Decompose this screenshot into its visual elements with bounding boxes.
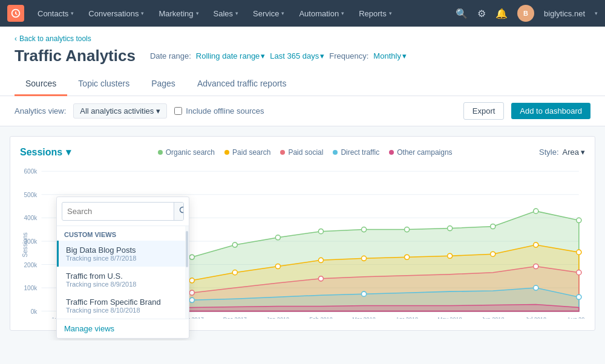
svg-point-18 — [189, 255, 194, 259]
svg-text:Feb 2018: Feb 2018 — [309, 316, 333, 319]
settings-icon[interactable]: ⚙ — [477, 8, 486, 19]
search-icon[interactable]: 🔍 — [456, 8, 468, 19]
svg-point-51 — [577, 294, 581, 299]
chevron-down-icon: ▾ — [581, 148, 585, 157]
svg-text:600k: 600k — [24, 168, 38, 175]
manage-views-link[interactable]: Manage views — [64, 324, 114, 333]
tab-advanced[interactable]: Advanced traffic reports — [186, 73, 298, 96]
chevron-down-icon: ▾ — [196, 10, 199, 16]
svg-point-48 — [189, 297, 194, 302]
tab-pages[interactable]: Pages — [140, 73, 186, 96]
breadcrumb[interactable]: ‹ Back to analytics tools — [15, 34, 91, 43]
tab-sources[interactable]: Sources — [15, 73, 67, 96]
svg-text:400k: 400k — [24, 215, 38, 221]
chevron-left-icon: ‹ — [15, 34, 17, 43]
chevron-down-icon: ▾ — [66, 146, 71, 158]
chart-style-dropdown[interactable]: Area ▾ — [563, 148, 585, 157]
svg-point-20 — [275, 235, 280, 240]
avatar[interactable]: B — [517, 5, 534, 22]
date-range-dropdown[interactable]: Rolling date range ▾ — [196, 51, 266, 60]
svg-point-33 — [275, 264, 280, 268]
nav-contacts[interactable]: Contacts ▾ — [31, 0, 80, 27]
svg-point-32 — [232, 270, 237, 275]
svg-text:Apr 2018: Apr 2018 — [396, 316, 418, 319]
nav-reports[interactable]: Reports ▾ — [353, 0, 398, 27]
nav-right-actions: 🔍 ⚙ 🔔 B biglytics.net ▾ — [456, 5, 598, 22]
chevron-down-icon: ▾ — [341, 10, 344, 16]
svg-point-39 — [534, 242, 538, 247]
chevron-down-icon: ▾ — [156, 106, 160, 115]
chevron-down-icon: ▾ — [389, 10, 392, 16]
search-button[interactable] — [174, 203, 184, 220]
page-title-row: Traffic Analytics Date range: Rolling da… — [15, 47, 590, 65]
svg-point-26 — [534, 209, 538, 213]
header-controls: Date range: Rolling date range ▾ Last 36… — [150, 51, 407, 60]
sessions-dropdown[interactable]: Sessions ▾ — [20, 146, 71, 158]
custom-views-label: Custom views — [57, 226, 189, 241]
hubspot-logo[interactable] — [7, 5, 24, 22]
frequency-dropdown[interactable]: Monthly ▾ — [373, 51, 407, 60]
chevron-down-icon: ▾ — [402, 51, 407, 60]
dropdown-item-0[interactable]: Big Data Blog Posts Tracking since 8/7/2… — [57, 241, 189, 267]
svg-point-34 — [318, 258, 323, 262]
legend-paid-search: Paid search — [224, 148, 270, 157]
dropdown-item-1[interactable]: Traffic from U.S. Tracking since 8/9/201… — [57, 267, 189, 293]
svg-point-35 — [361, 256, 366, 261]
chart-top: Sessions ▾ Organic search Paid search Pa… — [20, 146, 585, 158]
nav-conversations[interactable]: Conversations ▾ — [82, 0, 150, 27]
tabs-row: Sources Topic clusters Pages Advanced tr… — [15, 73, 590, 96]
legend-other-campaigns: Other campaigns — [389, 148, 452, 157]
notification-icon[interactable]: 🔔 — [495, 8, 508, 19]
svg-point-21 — [318, 229, 323, 234]
svg-point-25 — [491, 224, 495, 229]
svg-text:Jan 2018: Jan 2018 — [267, 316, 290, 319]
svg-text:Dec 2017: Dec 2017 — [223, 316, 247, 319]
svg-text:Jun 2018: Jun 2018 — [482, 316, 505, 319]
legend-organic-search: Organic search — [158, 148, 215, 157]
legend-dot — [158, 150, 163, 155]
svg-point-27 — [577, 218, 581, 223]
analytics-view-dropdown[interactable]: All analytics activities ▾ — [73, 103, 167, 119]
nav-service[interactable]: Service ▾ — [247, 0, 290, 27]
offline-sources-checkbox[interactable]: Include offline sources — [174, 106, 264, 115]
date-range-label: Date range: — [150, 51, 191, 60]
legend-dot — [224, 150, 229, 155]
nav-sales[interactable]: Sales ▾ — [208, 0, 245, 27]
tab-topic-clusters[interactable]: Topic clusters — [67, 73, 140, 96]
page-title: Traffic Analytics — [15, 47, 136, 65]
chart-legend: Organic search Paid search Paid social D… — [158, 148, 453, 157]
svg-point-38 — [491, 252, 495, 256]
offline-sources-input[interactable] — [174, 107, 182, 115]
svg-point-22 — [361, 227, 366, 232]
search-input[interactable] — [62, 203, 174, 219]
dropdown-item-2[interactable]: Traffic From Specific Brand Tracking sin… — [57, 293, 189, 319]
svg-point-66 — [180, 207, 185, 213]
last-days-dropdown[interactable]: Last 365 days ▾ — [270, 51, 324, 60]
svg-point-43 — [189, 290, 194, 295]
svg-text:0k: 0k — [31, 308, 38, 315]
export-button[interactable]: Export — [463, 102, 505, 120]
dropdown-search-box — [57, 197, 189, 226]
add-to-dashboard-button[interactable]: Add to dashboard — [511, 103, 590, 119]
legend-dot — [280, 150, 285, 155]
svg-text:Sessions: Sessions — [22, 232, 28, 257]
nav-automation[interactable]: Automation ▾ — [293, 0, 350, 27]
style-control: Style: Area ▾ — [539, 148, 585, 157]
nav-marketing[interactable]: Marketing ▾ — [152, 0, 204, 27]
chart-container: Sessions ▾ Organic search Paid search Pa… — [10, 136, 595, 331]
chart-area: 600k 500k 400k 300k 200k 100k 0k Session… — [20, 165, 585, 320]
scrollbar-thumb[interactable] — [186, 231, 188, 267]
page-header: ‹ Back to analytics tools Traffic Analyt… — [0, 27, 605, 96]
legend-dot — [333, 150, 338, 155]
svg-text:Aug 2018: Aug 2018 — [567, 316, 585, 319]
domain-label: biglytics.net — [544, 9, 585, 18]
analytics-bar: Analytics view: All analytics activities… — [0, 96, 605, 126]
chevron-down-icon: ▾ — [281, 10, 284, 16]
svg-text:Mar 2018: Mar 2018 — [352, 316, 376, 319]
svg-point-36 — [405, 255, 410, 259]
custom-views-dropdown: Custom views Big Data Blog Posts Trackin… — [56, 197, 189, 339]
chevron-down-icon: ▾ — [141, 10, 144, 16]
chevron-down-icon: ▾ — [71, 10, 74, 16]
chevron-down-icon: ▾ — [235, 10, 238, 16]
dropdown-footer: Manage views — [57, 319, 189, 338]
